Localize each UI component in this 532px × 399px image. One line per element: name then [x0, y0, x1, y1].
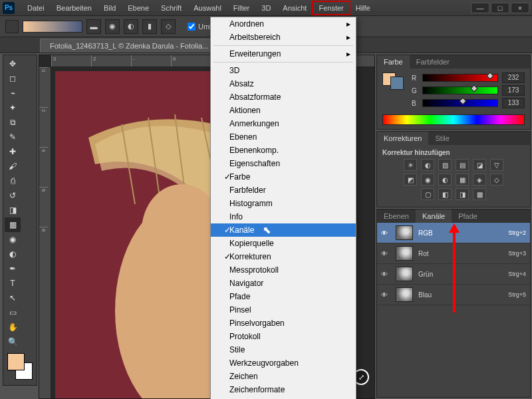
tab-ebenen[interactable]: Ebenen	[377, 209, 416, 223]
menu-bearbeiten[interactable]: Bearbeiten	[51, 1, 98, 15]
menuitem-pinsel[interactable]: Pinsel	[211, 303, 356, 317]
zoom-tool[interactable]: 🔍	[5, 334, 21, 349]
menuitem-d[interactable]: 3D	[211, 64, 356, 77]
move-tool[interactable]: ✥	[5, 57, 21, 71]
menuitem-navigator[interactable]: Navigator	[211, 277, 356, 290]
menuitem-histogramm[interactable]: Histogramm	[211, 197, 356, 210]
adj-icon[interactable]: ◐	[438, 174, 452, 186]
adj-icon[interactable]: ▩	[473, 188, 486, 200]
menu-bild[interactable]: Bild	[98, 1, 122, 15]
eyedropper-tool[interactable]: ✎	[5, 130, 21, 144]
menuitem-ebenen[interactable]: Ebenen	[211, 130, 356, 144]
document-tab[interactable]: Fotolia_12463713_L © Zdenka Darula - Fot…	[40, 39, 218, 53]
menuitem-farbfelder[interactable]: Farbfelder	[211, 184, 356, 197]
adj-icon[interactable]: ▦	[456, 174, 469, 186]
history-brush-tool[interactable]: ↺	[5, 188, 21, 203]
linear-gradient-button[interactable]: ▬	[86, 19, 101, 34]
color-swatches[interactable]	[5, 352, 35, 381]
adj-icon[interactable]: ◪	[473, 159, 486, 171]
adj-icon[interactable]: ◨	[456, 188, 469, 200]
adj-icon[interactable]: ◧	[438, 188, 452, 200]
brush-tool[interactable]: 🖌	[5, 159, 21, 174]
tab-korrekturen[interactable]: Korrekturen	[377, 132, 428, 145]
menuitem-zeichenformate[interactable]: Zeichenformate	[211, 383, 356, 396]
menuitem-arbeitsbereich[interactable]: Arbeitsbereich▸	[211, 31, 356, 44]
radial-gradient-button[interactable]: ◉	[105, 19, 120, 34]
lasso-tool[interactable]: ⌁	[5, 86, 21, 100]
menuitem-pinselvorgaben[interactable]: Pinselvorgaben	[211, 317, 356, 330]
tab-farbfelder[interactable]: Farbfelder	[410, 55, 456, 68]
pen-tool[interactable]: ✒	[5, 261, 21, 276]
menuitem-farbe[interactable]: ✓Farbe	[211, 170, 356, 184]
dodge-tool[interactable]: ◐	[5, 247, 21, 261]
menu-hilfe[interactable]: Hilfe	[350, 1, 376, 15]
adj-icon[interactable]: ▢	[421, 188, 434, 200]
adj-icon[interactable]: ▽	[490, 159, 503, 171]
menuitem-kopierquelle[interactable]: Kopierquelle	[211, 237, 356, 250]
minimize-button[interactable]: —	[471, 3, 489, 13]
panel-color-swatch[interactable]	[382, 72, 404, 110]
reflected-gradient-button[interactable]: ▮	[142, 19, 157, 34]
blur-tool[interactable]: ◉	[5, 232, 21, 247]
menuitem-korrekturen[interactable]: ✓Korrekturen	[211, 250, 356, 263]
visibility-icon[interactable]: 👁	[381, 229, 390, 237]
visibility-icon[interactable]: 👁	[381, 271, 390, 278]
menuitem-messprotokoll[interactable]: Messprotokoll	[211, 263, 356, 277]
menuitem-absatz[interactable]: Absatz	[211, 77, 356, 90]
hand-tool[interactable]: ✋	[5, 320, 21, 334]
slider-g[interactable]	[422, 86, 498, 94]
angle-gradient-button[interactable]: ◐	[124, 19, 138, 34]
adj-icon[interactable]: ◈	[473, 174, 486, 186]
menuitem-info[interactable]: Info	[211, 210, 356, 223]
menuitem-anmerkungen[interactable]: Anmerkungen	[211, 117, 356, 130]
menuitem-stile[interactable]: Stile	[211, 343, 356, 356]
adj-icon[interactable]: ☀	[404, 159, 417, 171]
value-r[interactable]: 232	[502, 72, 525, 83]
adj-icon[interactable]: ◇	[490, 174, 503, 186]
tool-preset[interactable]	[5, 20, 19, 33]
menuitem-aktionen[interactable]: Aktionen	[211, 104, 356, 117]
type-tool[interactable]: T	[5, 276, 21, 291]
menu-ebene[interactable]: Ebene	[122, 1, 155, 15]
path-tool[interactable]: ↖	[5, 291, 21, 305]
menu-auswahl[interactable]: Auswahl	[188, 1, 227, 15]
slider-b[interactable]	[422, 99, 498, 107]
slider-r[interactable]	[422, 74, 498, 82]
wand-tool[interactable]: ✦	[5, 100, 21, 115]
color-spectrum[interactable]	[382, 114, 525, 125]
menu-fenster[interactable]: Fenster	[313, 1, 349, 15]
menuitem-eigenschaften[interactable]: Eigenschaften	[211, 157, 356, 170]
close-button[interactable]: ×	[511, 3, 529, 13]
adj-icon[interactable]: ◩	[404, 174, 417, 186]
visibility-icon[interactable]: 👁	[381, 250, 390, 257]
eraser-tool[interactable]: ◨	[5, 203, 21, 217]
heal-tool[interactable]: ✚	[5, 144, 21, 159]
crop-tool[interactable]: ⧉	[5, 115, 21, 130]
value-b[interactable]: 133	[502, 98, 525, 108]
menu-datei[interactable]: Datei	[21, 1, 51, 15]
visibility-icon[interactable]: 👁	[381, 291, 390, 299]
menuitem-protokoll[interactable]: Protokoll	[211, 330, 356, 343]
menuitem-absatzformate[interactable]: Absatzformate	[211, 90, 356, 104]
menuitem-erweiterungen[interactable]: Erweiterungen▸	[211, 47, 356, 61]
maximize-button[interactable]: □	[491, 3, 509, 13]
tab-kanäle[interactable]: Kanäle	[416, 209, 452, 223]
adj-icon[interactable]: ◐	[421, 159, 434, 171]
stamp-tool[interactable]: ⎙	[5, 174, 21, 188]
tab-farbe[interactable]: Farbe	[377, 55, 410, 68]
value-g[interactable]: 173	[502, 85, 525, 96]
adj-icon[interactable]: ◉	[421, 174, 434, 186]
gradient-tool[interactable]: ▦	[5, 217, 21, 232]
menuitem-anordnen[interactable]: Anordnen▸	[211, 17, 356, 31]
shape-tool[interactable]: ▭	[5, 305, 21, 320]
menuitem-zeichen[interactable]: Zeichen	[211, 370, 356, 383]
marquee-tool[interactable]: ◻	[5, 71, 21, 86]
tab-stile[interactable]: Stile	[428, 132, 456, 145]
menuitem-kanle[interactable]: ✓Kanäle	[211, 223, 356, 237]
gradient-preview[interactable]	[23, 21, 82, 33]
diamond-gradient-button[interactable]: ◇	[161, 19, 176, 34]
menu-ansicht[interactable]: Ansicht	[277, 1, 313, 15]
menu-3d[interactable]: 3D	[255, 1, 277, 15]
menu-filter[interactable]: Filter	[227, 1, 255, 15]
menuitem-pfade[interactable]: Pfade	[211, 290, 356, 303]
